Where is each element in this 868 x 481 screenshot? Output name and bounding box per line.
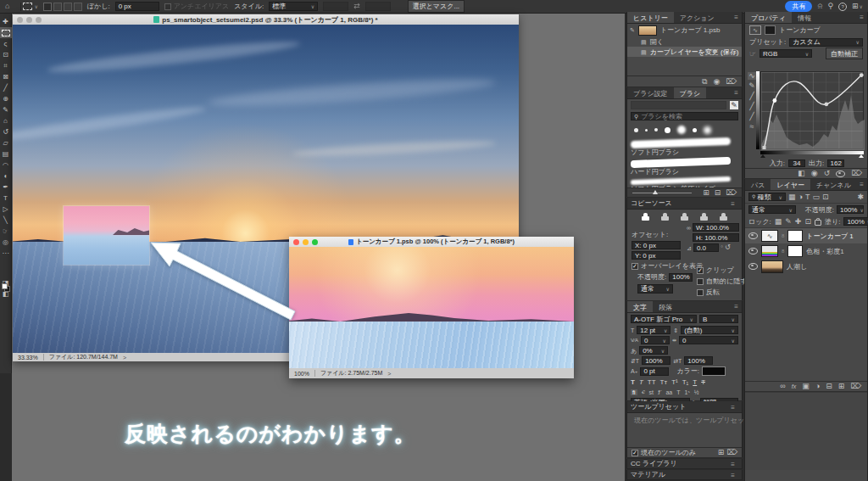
- swap-width-height-icon[interactable]: ⇄: [353, 3, 360, 10]
- lock-transparency-icon[interactable]: ▦: [775, 218, 782, 226]
- faux-bold-button[interactable]: T: [631, 378, 635, 386]
- tab-paragraph[interactable]: 段落: [653, 301, 678, 312]
- clone-source-5[interactable]: [720, 216, 727, 221]
- tab-brushes[interactable]: ブラシ: [674, 87, 707, 98]
- hand-tool-icon[interactable]: ☞: [0, 226, 12, 237]
- brush-tool-icon[interactable]: ✎: [0, 104, 12, 115]
- healing-brush-tool-icon[interactable]: ⊕: [0, 93, 12, 104]
- current-tool-only-checkbox[interactable]: ✓: [632, 450, 638, 456]
- tab-channels[interactable]: チャンネル: [810, 179, 857, 190]
- leading-select[interactable]: (自動): [681, 326, 738, 334]
- draw-curve-icon[interactable]: ✎: [748, 82, 755, 90]
- width-input[interactable]: [323, 2, 348, 11]
- clone-source-3[interactable]: [681, 216, 688, 221]
- selection-mode-subtract[interactable]: [64, 3, 72, 11]
- panel-menu-icon[interactable]: ≡: [734, 301, 742, 312]
- subscript-button[interactable]: T₁: [682, 378, 689, 386]
- angle-input[interactable]: 0.0: [693, 243, 719, 252]
- tab-character[interactable]: 文字: [627, 301, 653, 312]
- reset-transform-icon[interactable]: ↺: [725, 244, 731, 251]
- gradient-tool-icon[interactable]: ▤: [0, 148, 12, 159]
- zoom-tool-icon[interactable]: ◎: [0, 237, 12, 248]
- crop-tool-icon[interactable]: ⌗: [0, 60, 12, 71]
- selection-mode-new[interactable]: [43, 3, 52, 11]
- hue-sat-layer-thumbnail[interactable]: [761, 245, 778, 257]
- delete-preset-icon[interactable]: ⌦: [726, 449, 737, 456]
- tab-properties[interactable]: プロパティ: [745, 12, 792, 23]
- minimize-button[interactable]: [26, 17, 32, 23]
- ordinals-button[interactable]: 1ˢ: [684, 389, 689, 395]
- help-icon[interactable]: ?: [838, 3, 847, 11]
- ligatures-button[interactable]: ﬁ: [631, 389, 637, 395]
- invert-checkbox[interactable]: [697, 289, 704, 296]
- clone-stamp-tool-icon[interactable]: ⌂: [0, 115, 12, 126]
- foreground-color-swatch[interactable]: [2, 283, 8, 289]
- delete-adjustment-icon[interactable]: ⌦: [851, 170, 862, 177]
- scale-h-input[interactable]: H: 100.0%: [693, 233, 739, 242]
- link-scale-icon[interactable]: ∞: [687, 225, 691, 231]
- brush-search-input[interactable]: ⚲ ブラシを検索: [631, 112, 738, 120]
- filter-toggle-icon[interactable]: ✱: [857, 193, 864, 201]
- clip-checkbox[interactable]: ✓: [697, 267, 704, 274]
- new-group-icon[interactable]: ⊟: [826, 383, 832, 390]
- filter-adjustment-icon[interactable]: ◑: [798, 193, 803, 201]
- new-document-from-state-icon[interactable]: ⧉: [702, 78, 707, 86]
- dodge-tool-icon[interactable]: ◖: [0, 171, 12, 182]
- contextual-alternates-button[interactable]: ꞓ: [642, 389, 645, 395]
- auto-correct-button[interactable]: 自動補正: [826, 48, 863, 59]
- mask-link-icon[interactable]: 8: [782, 233, 784, 238]
- lock-pixels-icon[interactable]: ✎: [785, 218, 792, 226]
- panel-menu-icon[interactable]: ≡: [734, 87, 742, 98]
- delete-brush-icon[interactable]: ⌦: [726, 189, 737, 197]
- stylistic-alternates-button[interactable]: aa: [665, 389, 672, 395]
- clone-source-4[interactable]: [700, 216, 708, 221]
- opacity-select[interactable]: 100%: [837, 205, 864, 214]
- faux-italic-button[interactable]: T: [639, 378, 643, 386]
- lasso-tool-icon[interactable]: ς: [0, 38, 12, 49]
- home-icon[interactable]: ⌂: [5, 3, 9, 10]
- black-point-eyedropper-icon[interactable]: ╱: [749, 92, 754, 100]
- filter-pixel-icon[interactable]: ▦: [788, 193, 796, 201]
- tab-paths[interactable]: パス: [745, 179, 771, 190]
- mask-link-icon[interactable]: 8: [782, 249, 784, 254]
- new-preset-icon[interactable]: ⊞: [718, 449, 725, 456]
- path-selection-tool-icon[interactable]: ▷: [0, 204, 12, 215]
- reset-adjustment-icon[interactable]: ↺: [824, 170, 831, 177]
- zoom-button[interactable]: [312, 239, 318, 245]
- feather-input[interactable]: 0 px: [115, 2, 159, 11]
- image-layer-thumbnail[interactable]: [761, 260, 783, 273]
- selection-mode-add[interactable]: [53, 3, 62, 11]
- baseline-input[interactable]: 0 pt: [640, 367, 669, 376]
- tab-layers[interactable]: レイヤー: [771, 179, 810, 190]
- view-previous-state-icon[interactable]: ◉: [811, 170, 818, 177]
- tab-brush-settings[interactable]: ブラシ設定: [627, 87, 674, 98]
- blend-mode-select[interactable]: 通常: [748, 205, 796, 214]
- selection-mode-intersect[interactable]: [74, 3, 82, 11]
- delete-layer-icon[interactable]: ⌦: [850, 383, 861, 390]
- history-item-selected[interactable]: ▤ カーブレイヤーを変更 (保存): [627, 47, 742, 57]
- style-select[interactable]: 標準: [269, 2, 318, 11]
- add-mask-icon[interactable]: ▣: [802, 383, 810, 390]
- font-family-select[interactable]: A-OTF 新ゴ Pro: [631, 315, 697, 323]
- edit-points-icon[interactable]: ∿: [748, 72, 756, 80]
- panel-menu-icon[interactable]: ≡: [731, 402, 738, 411]
- marquee-tool-icon[interactable]: [0, 27, 12, 38]
- search-icon[interactable]: ⚲: [827, 3, 833, 10]
- delete-state-icon[interactable]: ⌦: [726, 78, 737, 86]
- tab-history[interactable]: ヒストリー: [627, 12, 674, 23]
- shape-tool-icon[interactable]: ╲: [0, 215, 12, 226]
- lock-artboard-icon[interactable]: ⊡: [804, 218, 811, 226]
- tab-actions[interactable]: アクション: [674, 12, 721, 23]
- smooth-curve-icon[interactable]: ≈: [750, 123, 754, 131]
- select-and-mask-button[interactable]: 選択とマスク...: [408, 0, 465, 13]
- brush-size-slider[interactable]: [632, 193, 692, 193]
- tracking-select[interactable]: 0: [679, 336, 738, 344]
- superscript-button[interactable]: T¹: [671, 378, 678, 386]
- filter-smart-object-icon[interactable]: ⊡: [822, 193, 829, 201]
- filter-shape-icon[interactable]: ▭: [812, 193, 820, 201]
- layer-visibility-icon[interactable]: [748, 248, 758, 254]
- lock-all-icon[interactable]: [815, 220, 821, 226]
- workspace-layout-icon[interactable]: ⊞∨: [852, 3, 863, 10]
- channel-select[interactable]: RGB: [760, 49, 812, 58]
- swash-button[interactable]: Ꞙ: [658, 389, 661, 395]
